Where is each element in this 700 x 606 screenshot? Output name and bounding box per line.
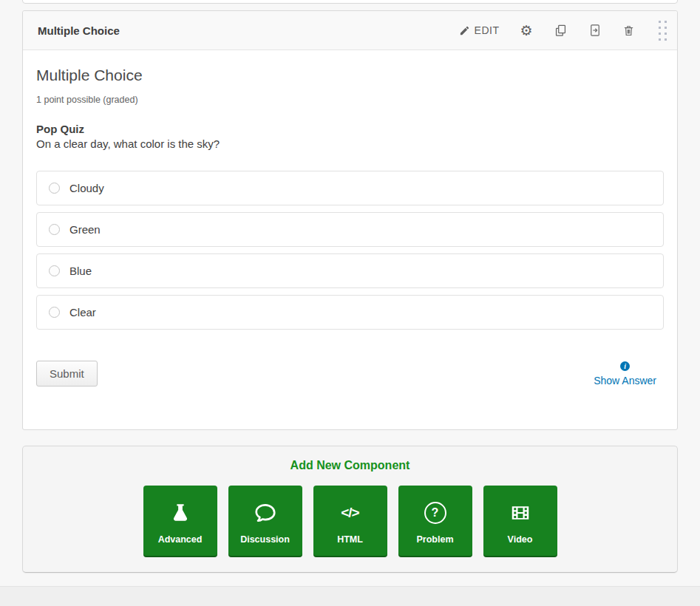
radio-button[interactable] [49, 224, 60, 235]
edit-button-label: EDIT [475, 24, 500, 36]
film-icon [509, 499, 531, 527]
pencil-icon [459, 25, 470, 36]
add-problem-button[interactable]: ? Problem [398, 486, 472, 557]
type-button-label: Advanced [158, 534, 203, 545]
question-title: Pop Quiz [36, 123, 664, 135]
radio-button[interactable] [49, 265, 60, 276]
delete-button[interactable] [621, 23, 636, 38]
flask-icon [169, 499, 191, 527]
add-advanced-button[interactable]: Advanced [143, 486, 217, 557]
show-answer-label: Show Answer [594, 375, 656, 387]
question-text: On a clear day, what color is the sky? [36, 137, 664, 150]
type-button-label: HTML [337, 534, 363, 545]
add-component-panel: Add New Component Advanced Discussion </… [22, 446, 678, 573]
component-title: Multiple Choice [38, 24, 458, 37]
submit-button[interactable]: Submit [36, 361, 98, 387]
component-toolbar: EDIT ⚙︎ [458, 18, 668, 44]
add-component-title: Add New Component [23, 457, 677, 474]
question-circle-icon: ? [424, 499, 446, 527]
problem-preview: Multiple Choice 1 point possible (graded… [23, 50, 677, 429]
edit-button[interactable]: EDIT [458, 23, 501, 38]
trash-icon [622, 24, 635, 37]
type-button-label: Discussion [240, 534, 290, 545]
speech-bubble-icon [254, 499, 277, 527]
move-icon [588, 24, 602, 37]
show-answer-link[interactable]: i Show Answer [594, 361, 656, 387]
option-label: Green [69, 223, 101, 236]
move-button[interactable] [587, 22, 603, 38]
submit-row: Submit i Show Answer [36, 361, 664, 387]
code-icon: </> [341, 499, 359, 527]
component-type-buttons: Advanced Discussion </> HTML ? Problem [23, 486, 677, 557]
page: Multiple Choice EDIT ⚙︎ [0, 0, 700, 573]
type-button-label: Problem [416, 534, 453, 545]
settings-button[interactable]: ⚙︎ [518, 22, 534, 39]
choice-option[interactable]: Clear [36, 295, 664, 330]
component-card-header: Multiple Choice EDIT ⚙︎ [23, 11, 677, 50]
duplicate-button[interactable] [552, 22, 569, 39]
option-label: Clear [69, 306, 96, 319]
info-icon: i [620, 361, 630, 371]
choice-option[interactable]: Blue [36, 253, 664, 288]
option-label: Cloudy [69, 182, 104, 194]
preview-title: Multiple Choice [36, 67, 664, 84]
gear-icon: ⚙︎ [520, 24, 533, 38]
add-video-button[interactable]: Video [483, 486, 557, 557]
component-card: Multiple Choice EDIT ⚙︎ [22, 10, 678, 430]
choice-option[interactable]: Green [36, 212, 664, 247]
radio-button[interactable] [49, 307, 60, 318]
points-text: 1 point possible (graded) [36, 95, 664, 105]
option-label: Blue [69, 265, 92, 277]
choice-option[interactable]: Cloudy [36, 171, 664, 205]
add-discussion-button[interactable]: Discussion [228, 486, 302, 557]
drag-handle[interactable] [657, 18, 668, 44]
footer-strip [0, 586, 700, 606]
radio-button[interactable] [49, 183, 60, 194]
previous-component-card [22, 0, 678, 4]
type-button-label: Video [508, 534, 533, 545]
duplicate-icon [554, 24, 568, 38]
add-html-button[interactable]: </> HTML [313, 486, 387, 557]
